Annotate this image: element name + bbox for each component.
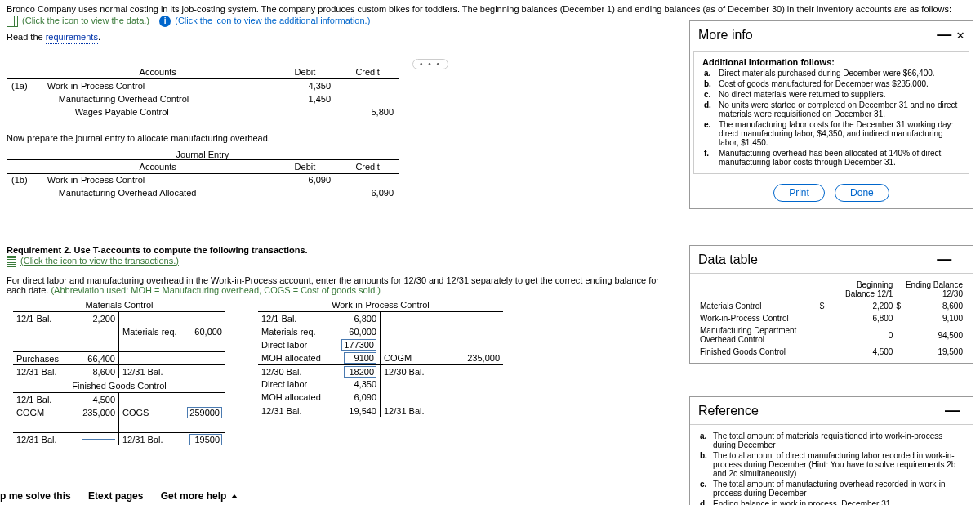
col-accounts: Accounts [42, 160, 274, 174]
dt-cur: $ [894, 300, 902, 312]
help-solve[interactable]: p me solve this [0, 490, 71, 502]
t-lbl: Purchases [16, 354, 59, 364]
col-credit: Credit [336, 160, 399, 174]
dt-val: 0 [826, 324, 894, 346]
t-val: 2,200 [92, 314, 115, 324]
col-debit: Debit [274, 65, 336, 79]
tacct-title: Materials Control [13, 300, 225, 312]
journal-entry-title: Journal Entry [7, 150, 399, 160]
requirement-2: Requirement 2. Use T-accounts to compute… [7, 245, 679, 445]
t-val: 235,000 [82, 408, 115, 418]
reference-list: a.The total amount of materials requisit… [698, 430, 964, 505]
t-input[interactable]: 177300 [341, 339, 376, 351]
t-account-wip: Work-in-Process Control 12/1 Bal.6,800 M… [258, 300, 503, 445]
done-button[interactable]: Done [835, 184, 889, 202]
dt-val: 6,800 [826, 312, 894, 324]
t-val: 6,090 [354, 392, 376, 402]
doc-icon[interactable] [7, 256, 16, 267]
requirements-link[interactable]: requirements [46, 32, 98, 44]
dt-val: 9,100 [902, 312, 964, 324]
dt-h1: Beginning Balance 12/1 [826, 279, 894, 300]
t-input[interactable]: 18200 [344, 366, 376, 378]
panel-title: Reference [698, 404, 759, 418]
ref-item: The total amount of manufacturing overhe… [713, 480, 963, 498]
req2-title: Requirement 2. Use T-accounts to compute… [7, 245, 308, 255]
grid-icon[interactable] [7, 16, 18, 27]
t-lbl: Direct labor [261, 340, 307, 350]
t-account-materials: Materials Control 12/1 Bal.2,200 Purchas… [13, 300, 225, 378]
t-lbl: 12/1 Bal. [16, 395, 51, 404]
close-icon[interactable]: ✕ [956, 27, 964, 42]
info-icon[interactable]: i [159, 16, 171, 27]
get-more-help[interactable]: Get more help [161, 490, 238, 502]
chevron-up-icon [231, 494, 238, 498]
t-lbl: COGM [16, 408, 44, 418]
t-lbl: MOH allocated [261, 392, 321, 402]
t-lbl: 12/30 Bal. [261, 367, 302, 377]
etext-pages[interactable]: Etext pages [88, 490, 143, 502]
view-transactions-link[interactable]: (Click the icon to view the transactions… [20, 256, 179, 266]
je-acc: Work-in-Process Control [42, 79, 274, 92]
view-additional-link[interactable]: (Click the icon to view the additional i… [175, 16, 370, 25]
je-credit: 5,800 [336, 105, 399, 118]
t-lbl: 12/30 Bal. [384, 367, 425, 377]
dt-name: Manufacturing Department Overhead Contro… [698, 324, 818, 346]
info-item: Cost of goods manufactured for December … [719, 79, 959, 88]
minimize-icon[interactable]: — [945, 402, 960, 418]
dt-name: Work-in-Process Control [698, 312, 818, 324]
t-val: 60,000 [349, 327, 376, 337]
dt-val: 8,600 [902, 300, 964, 312]
info-list: a.Direct materials purchased during Dece… [702, 67, 960, 168]
journal-1a: Accounts Debit Credit (1a) Work-in-Proce… [7, 65, 399, 118]
je-debit: 4,350 [274, 79, 336, 92]
je-acc: Manufacturing Overhead Control [42, 92, 274, 105]
info-lead: Additional information follows: [702, 57, 960, 67]
minimize-icon[interactable]: — [937, 251, 951, 267]
t-val: 6,800 [354, 314, 376, 324]
je-acc: Manufacturing Overhead Allocated [42, 186, 274, 199]
t-input[interactable]: 259000 [187, 407, 222, 418]
prepare-text: Now prepare the journal entry to allocat… [7, 133, 399, 143]
t-lbl: 12/31 Bal. [122, 367, 163, 377]
t-val: 60,000 [194, 327, 222, 337]
req2-abbr: (Abbreviation used: MOH = Manufacturing … [51, 285, 381, 295]
t-val: 4,350 [354, 379, 376, 389]
je-credit: 6,090 [336, 186, 399, 199]
footer-bar: p me solve this Etext pages Get more hel… [0, 490, 252, 502]
t-lbl: 12/31 Bal. [16, 367, 57, 377]
panel-title: Data table [698, 252, 758, 267]
more-info-panel: More info —✕ Additional information foll… [689, 20, 973, 209]
dt-val: 19,500 [902, 346, 964, 358]
t-val: 19,540 [349, 406, 376, 416]
view-data-link[interactable]: (Click the icon to view the data.) [22, 16, 149, 25]
t-lbl: 12/31 Bal. [261, 406, 302, 416]
intro-line1: Bronco Company uses normal costing in it… [7, 4, 973, 14]
t-lbl: Materials req. [122, 327, 177, 337]
panel-title: More info [698, 28, 753, 42]
info-item: No units were started or completed on De… [719, 101, 959, 118]
t-lbl: COGM [384, 353, 412, 363]
t-lbl: 12/31 Bal. [16, 435, 57, 445]
t-input[interactable]: 19500 [189, 434, 222, 445]
dt-name: Finished Goods Control [698, 346, 818, 358]
dt-h2: Ending Balance 12/30 [902, 279, 964, 300]
je-acc: Work-in-Process Control [42, 173, 274, 186]
col-accounts: Accounts [42, 65, 274, 79]
t-input[interactable]: 9100 [344, 352, 376, 364]
t-val: 66,400 [87, 354, 115, 364]
tacct-title: Work-in-Process Control [258, 300, 503, 312]
t-lbl: COGS [122, 408, 149, 418]
balances-table: Beginning Balance 12/1 Ending Balance 12… [698, 279, 964, 358]
t-val: 235,000 [467, 353, 500, 363]
ref-item: Ending balance in work in process, Decem… [713, 499, 963, 505]
dt-val: 4,500 [826, 346, 894, 358]
ref-item: The total amount of direct manufacturing… [713, 451, 963, 478]
print-button[interactable]: Print [773, 184, 825, 202]
info-item: The manufacturing labor costs for the De… [719, 120, 959, 147]
ref-item: The total amount of materials requisitio… [713, 431, 963, 449]
t-input[interactable] [82, 439, 115, 440]
minimize-icon[interactable]: — [937, 26, 951, 42]
je-acc: Wages Payable Control [42, 105, 274, 118]
data-table-panel: Data table —✕ Beginning Balance 12/1 End… [689, 245, 973, 364]
t-lbl: 12/31 Bal. [384, 406, 425, 416]
